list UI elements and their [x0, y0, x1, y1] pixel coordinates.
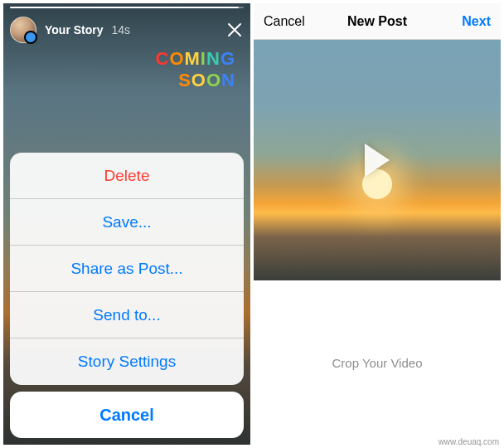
- story-settings-button[interactable]: Story Settings: [10, 338, 244, 385]
- crop-hint-area: Crop Your Video: [254, 280, 501, 445]
- story-screen: Your Story 14s COMING SOON Delete Save..…: [3, 3, 250, 445]
- new-post-screen: Cancel New Post Next Crop Your Video: [254, 3, 501, 445]
- save-button[interactable]: Save...: [10, 199, 244, 246]
- nav-next-button[interactable]: Next: [441, 14, 491, 29]
- page-title: New Post: [347, 14, 407, 29]
- share-as-post-button[interactable]: Share as Post...: [10, 246, 244, 292]
- watermark: www.deuaq.com: [439, 437, 499, 446]
- video-preview[interactable]: [254, 40, 501, 280]
- delete-button[interactable]: Delete: [10, 153, 244, 199]
- story-owner-label: Your Story: [45, 23, 104, 37]
- close-icon[interactable]: [225, 21, 244, 39]
- story-progress-fill: [10, 7, 239, 8]
- cancel-button[interactable]: Cancel: [10, 392, 244, 438]
- play-icon[interactable]: [365, 144, 390, 177]
- coming-soon-sticker: COMING SOON: [156, 48, 235, 91]
- story-timestamp: 14s: [112, 23, 131, 37]
- avatar[interactable]: [10, 17, 36, 43]
- send-to-button[interactable]: Send to...: [10, 292, 244, 338]
- story-progress-bar: [10, 7, 244, 8]
- nav-cancel-button[interactable]: Cancel: [264, 14, 313, 29]
- action-sheet: Delete Save... Share as Post... Send to.…: [10, 153, 244, 438]
- nav-bar: Cancel New Post Next: [254, 3, 501, 40]
- crop-hint-label: Crop Your Video: [332, 356, 423, 370]
- story-header: Your Story 14s: [10, 10, 244, 43]
